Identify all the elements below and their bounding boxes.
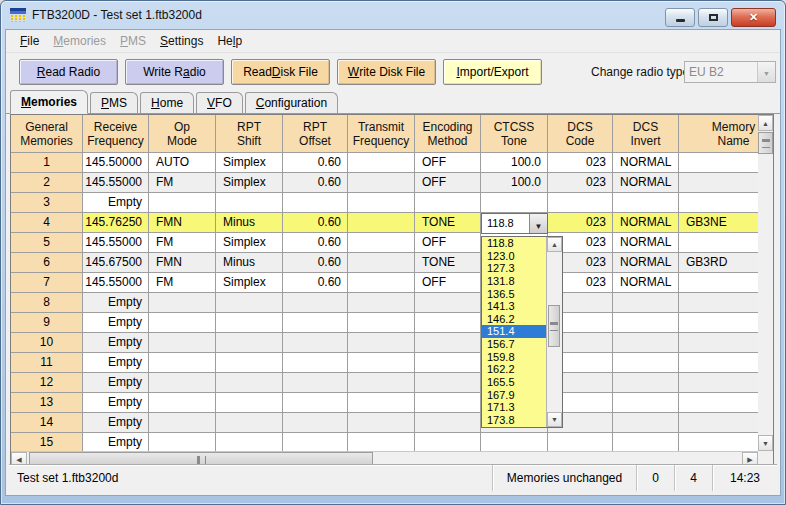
cell-rpt-offset[interactable]: 0.60 (283, 153, 348, 173)
cell-receive-frequency[interactable]: 145.67500 (83, 253, 149, 273)
cell-dcs-invert[interactable] (613, 353, 679, 373)
cell-transmit-frequency[interactable] (348, 393, 415, 413)
cell-receive-frequency[interactable]: Empty (83, 313, 149, 333)
table-row[interactable]: 10 Empty (11, 333, 758, 353)
cell-receive-frequency[interactable]: 145.50000 (83, 153, 149, 173)
cell-encoding-method[interactable]: OFF (415, 173, 481, 193)
ctcss-option[interactable]: 151.4 (482, 325, 546, 338)
cell-rpt-offset[interactable]: 0.60 (283, 253, 348, 273)
cell-memory-name[interactable] (679, 293, 758, 313)
row-number[interactable]: 1 (11, 153, 83, 173)
vertical-scrollbar[interactable] (758, 115, 773, 451)
cell-receive-frequency[interactable]: Empty (83, 193, 149, 213)
cell-rpt-shift[interactable] (216, 433, 283, 451)
cell-memory-name[interactable] (679, 333, 758, 353)
cell-memory-name[interactable] (679, 433, 758, 451)
cell-dcs-invert[interactable] (613, 433, 679, 451)
cell-memory-name[interactable] (679, 173, 758, 193)
ctcss-option[interactable]: 159.8 (482, 351, 546, 364)
row-number[interactable]: 4 (11, 213, 83, 233)
cell-ctcss-tone[interactable] (481, 433, 548, 451)
cell-encoding-method[interactable]: OFF (415, 153, 481, 173)
cell-rpt-shift[interactable]: Simplex (216, 173, 283, 193)
table-row[interactable]: 12 Empty (11, 373, 758, 393)
cell-receive-frequency[interactable]: 145.76250 (83, 213, 149, 233)
table-row[interactable]: 3 Empty (11, 193, 758, 213)
cell-receive-frequency[interactable]: Empty (83, 393, 149, 413)
cell-rpt-offset[interactable] (283, 193, 348, 213)
ctcss-option[interactable]: 127.3 (482, 262, 546, 275)
cell-memory-name[interactable] (679, 233, 758, 253)
scroll-down-arrow-icon[interactable] (758, 435, 773, 451)
row-number[interactable]: 10 (11, 333, 83, 353)
cell-op-mode[interactable] (149, 413, 216, 433)
cell-rpt-offset[interactable]: 0.60 (283, 173, 348, 193)
read-disk-file-button[interactable]: Read Disk File (231, 59, 330, 85)
cell-dcs-code[interactable] (548, 193, 613, 213)
row-number[interactable]: 3 (11, 193, 83, 213)
cell-rpt-offset[interactable] (283, 393, 348, 413)
cell-receive-frequency[interactable]: Empty (83, 433, 149, 451)
cell-dcs-invert[interactable] (613, 373, 679, 393)
ctcss-dropdown-button[interactable] (529, 214, 547, 233)
ctcss-option[interactable]: 118.8 (482, 237, 546, 250)
row-number[interactable]: 8 (11, 293, 83, 313)
cell-encoding-method[interactable] (415, 353, 481, 373)
ctcss-option[interactable]: 141.3 (482, 300, 546, 313)
cell-op-mode[interactable] (149, 433, 216, 451)
cell-rpt-offset[interactable]: 0.60 (283, 273, 348, 293)
cell-op-mode[interactable]: FM (149, 233, 216, 253)
cell-dcs-invert[interactable]: NORMAL (613, 213, 679, 233)
cell-dcs-invert[interactable] (613, 393, 679, 413)
cell-transmit-frequency[interactable] (348, 173, 415, 193)
scroll-down-arrow-icon[interactable] (547, 412, 562, 427)
cell-ctcss-tone[interactable] (481, 193, 548, 213)
cell-encoding-method[interactable]: TONE (415, 253, 481, 273)
cell-rpt-offset[interactable] (283, 413, 348, 433)
cell-rpt-offset[interactable] (283, 433, 348, 451)
cell-transmit-frequency[interactable] (348, 313, 415, 333)
cell-transmit-frequency[interactable] (348, 273, 415, 293)
scroll-up-arrow-icon[interactable] (758, 115, 773, 131)
cell-rpt-shift[interactable]: Minus (216, 253, 283, 273)
cell-receive-frequency[interactable]: 145.55000 (83, 173, 149, 193)
row-number[interactable]: 2 (11, 173, 83, 193)
cell-op-mode[interactable] (149, 373, 216, 393)
cell-op-mode[interactable]: FM (149, 173, 216, 193)
cell-dcs-code[interactable]: 023 (548, 153, 613, 173)
cell-encoding-method[interactable] (415, 313, 481, 333)
cell-memory-name[interactable] (679, 273, 758, 293)
cell-transmit-frequency[interactable] (348, 333, 415, 353)
cell-dcs-invert[interactable] (613, 333, 679, 353)
cell-rpt-shift[interactable] (216, 373, 283, 393)
cell-memory-name[interactable] (679, 193, 758, 213)
cell-encoding-method[interactable]: OFF (415, 273, 481, 293)
cell-transmit-frequency[interactable] (348, 213, 415, 233)
ctcss-option[interactable]: 156.7 (482, 338, 546, 351)
cell-rpt-offset[interactable] (283, 353, 348, 373)
cell-receive-frequency[interactable]: Empty (83, 413, 149, 433)
cell-rpt-offset[interactable]: 0.60 (283, 233, 348, 253)
cell-receive-frequency[interactable]: Empty (83, 353, 149, 373)
cell-transmit-frequency[interactable] (348, 353, 415, 373)
cell-dcs-invert[interactable] (613, 293, 679, 313)
row-number[interactable]: 6 (11, 253, 83, 273)
cell-rpt-shift[interactable] (216, 413, 283, 433)
cell-encoding-method[interactable] (415, 333, 481, 353)
cell-memory-name[interactable] (679, 413, 758, 433)
table-row[interactable]: 8 Empty (11, 293, 758, 313)
cell-rpt-offset[interactable]: 0.60 (283, 213, 348, 233)
ctcss-option[interactable]: 131.8 (482, 275, 546, 288)
cell-rpt-offset[interactable] (283, 313, 348, 333)
cell-rpt-shift[interactable] (216, 353, 283, 373)
cell-rpt-shift[interactable] (216, 333, 283, 353)
cell-dcs-code[interactable]: 023 (548, 173, 613, 193)
cell-rpt-shift[interactable] (216, 293, 283, 313)
cell-dcs-invert[interactable] (613, 413, 679, 433)
ctcss-combobox[interactable]: 118.8 (481, 213, 548, 234)
ctcss-option[interactable]: 165.5 (482, 376, 546, 389)
ctcss-option[interactable]: 167.9 (482, 389, 546, 402)
tab-vfo[interactable]: VFO (196, 92, 243, 113)
cell-memory-name[interactable] (679, 313, 758, 333)
cell-op-mode[interactable]: FMN (149, 253, 216, 273)
